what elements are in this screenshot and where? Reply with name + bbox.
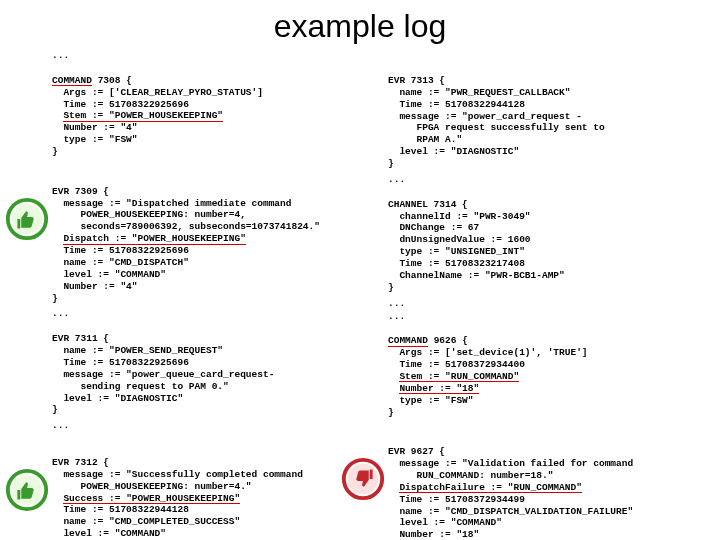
number: Number := "18" xyxy=(399,384,479,395)
msg: POWER_HOUSEKEEPING: number=4, xyxy=(63,209,245,220)
msg: seconds=789006392, subseconds=1073741824… xyxy=(63,221,320,232)
time: Time := 51708322944128 xyxy=(63,504,188,515)
msg: RUN_COMMAND: number=18." xyxy=(399,470,553,481)
evr-header: EVR 7311 { xyxy=(52,333,109,344)
ellipsis: ... xyxy=(52,50,380,62)
time: Time := 51708323217408 xyxy=(399,258,524,269)
ellipsis: ... xyxy=(388,174,716,186)
number: "4" xyxy=(120,122,137,133)
command-9626: COMMAND 9626 { Args := ['set_device(1)',… xyxy=(388,323,716,418)
dispatch-failure-line: DispatchFailure := "RUN_COMMAND" xyxy=(399,483,581,494)
evr-7311: EVR 7311 { name := "POWER_SEND_REQUEST" … xyxy=(52,321,380,416)
thumbs-down-icon xyxy=(340,444,386,490)
ellipsis: ... xyxy=(388,298,716,310)
thumbs-up-icon xyxy=(4,184,50,230)
command-7308: COMMAND 7308 { Args := ['CLEAR_RELAY_PYR… xyxy=(52,63,380,158)
msg: message := "power_card_request - xyxy=(399,111,581,122)
evr-header: EVR 7313 { xyxy=(388,75,445,86)
evr-header: EVR 7312 { xyxy=(52,457,109,468)
msg: message := "Dispatched immediate command xyxy=(63,198,291,209)
time: Time := 51708322944128 xyxy=(399,99,524,110)
evr-header: EVR 9627 { xyxy=(388,446,445,457)
channel-7314: CHANNEL 7314 { channelId := "PWR-3049" D… xyxy=(388,187,716,294)
time: 51708322925696 xyxy=(109,99,189,110)
msg: RPAM A." xyxy=(399,134,462,145)
ellipsis: ... xyxy=(52,420,380,432)
level: level := "DIAGNOSTIC" xyxy=(63,393,183,404)
ellipsis: ... xyxy=(52,308,380,320)
level: level := "COMMAND" xyxy=(63,269,166,280)
stem-line: Stem := "POWER_HOUSEKEEPING" xyxy=(63,111,223,122)
type: "FSW" xyxy=(109,134,138,145)
level: level := "COMMAND" xyxy=(63,528,166,539)
stem-line: Stem := "RUN_COMMAND" xyxy=(399,372,519,383)
time: Time := 51708372934499 xyxy=(399,494,524,505)
args: Args := ['set_device(1)', 'TRUE'] xyxy=(399,347,587,358)
time: Time := 51708322925696 xyxy=(63,357,188,368)
command-label: COMMAND xyxy=(388,336,428,347)
ellipsis: ... xyxy=(388,311,716,323)
thumbs-up-icon xyxy=(4,455,50,501)
msg: message := "power_queue_card_request- xyxy=(63,369,274,380)
number: Number := "18" xyxy=(399,529,479,540)
evr-9627: EVR 9627 { message := "Validation failed… xyxy=(388,422,716,540)
command-label: COMMAND xyxy=(52,76,92,87)
dn-change: DNChange := 67 xyxy=(399,222,479,233)
log-content: ... COMMAND 7308 { Args := ['CLEAR_RELAY… xyxy=(0,49,720,540)
time: Time := 51708372934400 xyxy=(399,359,524,370)
command-id: 7308 xyxy=(98,75,121,86)
name: name := "CMD_COMPLETED_SUCCESS" xyxy=(63,516,240,527)
msg: FPGA request successfully sent to xyxy=(399,122,604,133)
right-column: EVR 7313 { name := "PWR_REQUEST_CALLBACK… xyxy=(380,49,716,540)
evr-7313: EVR 7313 { name := "PWR_REQUEST_CALLBACK… xyxy=(388,63,716,170)
name: name := "POWER_SEND_REQUEST" xyxy=(63,345,223,356)
dn-value: dnUnsignedValue := 1600 xyxy=(399,234,530,245)
level: level := "COMMAND" xyxy=(399,517,502,528)
name: name := "CMD_DISPATCH_VALIDATION_FAILURE… xyxy=(399,506,633,517)
channel-id: channelId := "PWR-3049" xyxy=(399,211,530,222)
name: name := "CMD_DISPATCH" xyxy=(63,257,188,268)
time: Time := 51708322925696 xyxy=(63,245,188,256)
msg: POWER_HOUSEKEEPING: number=4." xyxy=(63,481,251,492)
msg: message := "Validation failed for comman… xyxy=(399,458,633,469)
level: level := "DIAGNOSTIC" xyxy=(399,146,519,157)
success-line: Success := "POWER_HOUSEKEEPING" xyxy=(63,494,240,505)
channel-name: ChannelName := "PWR-BCB1-AMP" xyxy=(399,270,564,281)
evr-header: EVR 7309 { xyxy=(52,186,109,197)
channel-header: CHANNEL 7314 { xyxy=(388,199,468,210)
number: Number := "4" xyxy=(63,281,137,292)
dispatch-line: Dispatch := "POWER_HOUSEKEEPING" xyxy=(63,234,245,245)
type: type := "FSW" xyxy=(399,395,473,406)
msg: sending request to PAM 0." xyxy=(63,381,228,392)
command-id: 9626 xyxy=(434,335,457,346)
msg: message := "Successfully completed comma… xyxy=(63,469,302,480)
name: name := "PWR_REQUEST_CALLBACK" xyxy=(399,87,570,98)
left-column: ... COMMAND 7308 { Args := ['CLEAR_RELAY… xyxy=(4,49,380,540)
evr-7312: EVR 7312 { message := "Successfully comp… xyxy=(52,433,380,540)
type: type := "UNSIGNED_INT" xyxy=(399,246,524,257)
evr-7309: EVR 7309 { message := "Dispatched immedi… xyxy=(52,162,380,305)
page-title: example log xyxy=(0,0,720,49)
args: ['CLEAR_RELAY_PYRO_STATUS'] xyxy=(109,87,263,98)
